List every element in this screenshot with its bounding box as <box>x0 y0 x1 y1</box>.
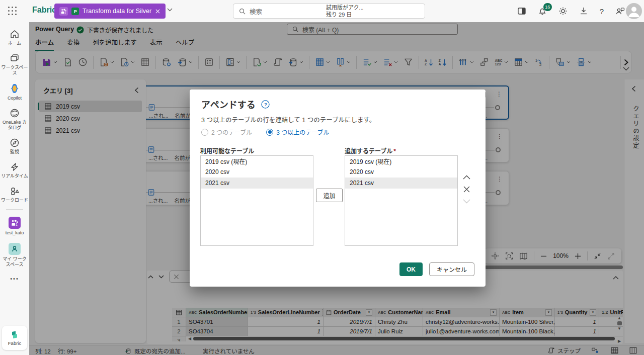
radio-three-or-more-tables[interactable]: 3 つ以上のテーブル <box>266 128 329 136</box>
tables-to-add-listbox[interactable]: 2019 csv (現在) 2020 csv 2021 csv <box>345 155 458 246</box>
top-bar: Fabric 1 P Transform data for Silver 検索 … <box>0 0 644 22</box>
help-icon[interactable]: ? <box>600 7 604 16</box>
copilot-icon <box>9 83 20 94</box>
dialog-title: アペンドする ? <box>201 98 270 111</box>
svg-text:?: ? <box>264 101 267 107</box>
trial-status[interactable]: 試用版がアク... 残り 29 日 <box>326 4 364 18</box>
list-reorder-controls <box>463 175 470 204</box>
notification-badge: 16 <box>543 3 552 11</box>
session-tab-label: Transform data for Silver <box>83 8 151 15</box>
notifications-icon[interactable]: 16 <box>538 7 547 16</box>
required-asterisk: * <box>393 148 396 155</box>
remove-icon[interactable] <box>463 186 470 193</box>
sidebar-item-monitor[interactable]: 監視 <box>1 138 29 155</box>
left-navigation-rail: ホーム ワークスペース Copilot OneLake カタログ 監視 リアルタ… <box>0 22 29 355</box>
chevron-down-icon[interactable] <box>167 8 173 12</box>
home-icon <box>10 29 20 39</box>
onelake-icon <box>10 108 20 118</box>
workloads-icon <box>10 186 20 196</box>
global-search-placeholder: 検索 <box>250 7 262 16</box>
svg-text:1: 1 <box>64 11 66 14</box>
workspace-avatar: 1 <box>9 217 21 229</box>
list-item[interactable]: 2019 csv (現在) <box>345 156 457 167</box>
ok-button[interactable]: OK <box>399 262 423 276</box>
app-launcher-icon[interactable] <box>8 7 17 16</box>
sidebar-item-workloads[interactable]: ワークロード <box>1 186 29 203</box>
radio-icon <box>266 129 273 136</box>
download-icon[interactable] <box>579 7 588 16</box>
table-count-radio-group: 2 つのテーブル 3 つ以上のテーブル <box>201 128 330 136</box>
sidebar-item-test-kato[interactable]: 1 test_kato <box>1 217 29 236</box>
search-icon <box>239 8 246 15</box>
fabric-app: Fabric 1 P Transform data for Silver 検索 … <box>0 0 644 355</box>
realtime-icon <box>10 162 20 172</box>
available-tables-listbox[interactable]: 2019 csv (現在) 2020 csv 2021 csv <box>200 155 313 246</box>
feedback-icon[interactable] <box>615 7 625 16</box>
list-item[interactable]: 2021 csv <box>345 178 457 189</box>
rail-more-button[interactable]: ••• <box>10 276 19 282</box>
radio-two-tables[interactable]: 2 つのテーブル <box>201 128 252 136</box>
sidebar-item-workspaces[interactable]: ワークスペース <box>1 53 29 76</box>
dataflow-icon: P <box>71 8 79 15</box>
session-tab[interactable]: 1 P Transform data for Silver <box>54 4 166 19</box>
fabric-brand[interactable]: Fabric <box>32 6 56 15</box>
dialog-buttons: OK キャンセル <box>190 262 474 276</box>
sidebar-item-onelake[interactable]: OneLake カタログ <box>1 108 29 131</box>
cancel-button[interactable]: キャンセル <box>429 262 474 276</box>
settings-gear-icon[interactable] <box>558 7 568 16</box>
rail-divider <box>6 209 23 210</box>
available-tables-label: 利用可能なテーブル <box>200 146 254 155</box>
team-icon: 1 <box>59 7 68 16</box>
tables-to-add-label: 追加するテーブル* <box>345 146 396 155</box>
list-item[interactable]: 2021 csv <box>201 178 313 189</box>
sidebar-item-home[interactable]: ホーム <box>1 29 29 46</box>
sidebar-item-realtime[interactable]: リアルタイム <box>1 162 29 179</box>
fabric-home-button[interactable]: Fabric <box>2 326 27 350</box>
dialog-description: 3 つ以上のテーブルの行を連結して 1 つのテーブルにします。 <box>201 115 375 124</box>
append-dialog: アペンドする ? 3 つ以上のテーブルの行を連結して 1 つのテーブルにします。… <box>190 90 486 287</box>
sidebar-item-copilot[interactable]: Copilot <box>1 83 29 101</box>
add-button[interactable]: 追加 <box>316 189 343 202</box>
fabric-logo-icon <box>10 330 19 339</box>
list-item[interactable]: 2019 csv (現在) <box>201 156 313 167</box>
close-icon[interactable] <box>155 9 160 14</box>
monitor-icon <box>10 138 20 148</box>
workspaces-icon <box>10 53 20 63</box>
svg-text:1: 1 <box>16 223 18 226</box>
topbar-icons: 16 ? <box>517 3 625 19</box>
radio-icon <box>201 129 208 136</box>
help-circle-icon[interactable]: ? <box>261 100 270 109</box>
move-up-icon[interactable] <box>463 175 470 180</box>
side-panel-icon[interactable] <box>517 7 526 16</box>
move-down-icon[interactable] <box>463 199 470 204</box>
my-workspace-icon <box>9 243 21 255</box>
svg-text:P: P <box>74 9 77 14</box>
sidebar-item-my-workspace[interactable]: マイ ワークスペース <box>1 243 29 268</box>
user-avatar[interactable] <box>626 3 642 19</box>
list-item[interactable]: 2020 csv <box>201 167 313 178</box>
list-item[interactable]: 2020 csv <box>345 167 457 178</box>
